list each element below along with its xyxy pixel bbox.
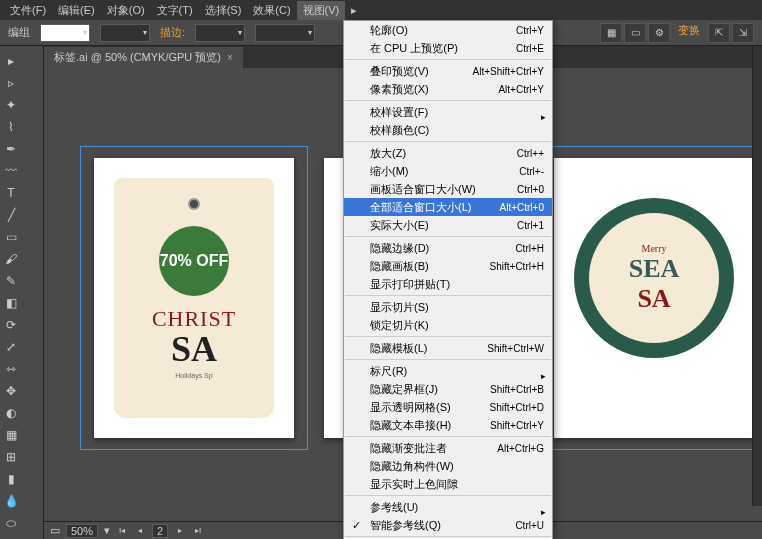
- view-menu-item-20[interactable]: 锁定切片(K): [344, 316, 552, 334]
- view-menu-item-12[interactable]: 全部适合窗口大小(L)Alt+Ctrl+0: [344, 198, 552, 216]
- view-menu-item-29[interactable]: 隐藏渐变批注者Alt+Ctrl+G: [344, 439, 552, 457]
- view-menu-item-33[interactable]: 参考线(U): [344, 498, 552, 516]
- fill-dropdown[interactable]: [40, 24, 90, 42]
- view-menu-item-3[interactable]: 叠印预览(V)Alt+Shift+Ctrl+Y: [344, 62, 552, 80]
- rectangle-tool[interactable]: ▭: [0, 226, 22, 248]
- view-menu-item-27[interactable]: 隐藏文本串接(H)Shift+Ctrl+Y: [344, 416, 552, 434]
- rotate-tool[interactable]: ⟳: [0, 314, 22, 336]
- view-menu-item-17[interactable]: 显示打印拼贴(T): [344, 275, 552, 293]
- eraser-tool[interactable]: ◧: [0, 292, 22, 314]
- menu-type[interactable]: 文字(T): [151, 1, 199, 20]
- tag-artwork-1: 70% OFF CHRIST SA Holidays Sp: [114, 178, 274, 418]
- menu-edit[interactable]: 编辑(E): [52, 1, 101, 20]
- menu-overflow[interactable]: ▸: [345, 2, 363, 19]
- view-menu-item-22[interactable]: 隐藏模板(L)Shift+Ctrl+W: [344, 339, 552, 357]
- menu-view[interactable]: 视图(V): [297, 1, 346, 20]
- first-artboard[interactable]: I◂: [116, 525, 128, 537]
- group-label: 编组: [8, 25, 30, 40]
- view-menu-item-26[interactable]: 显示透明网格(S)Shift+Ctrl+D: [344, 398, 552, 416]
- align-icon[interactable]: ▦: [600, 23, 622, 43]
- stroke-label[interactable]: 描边:: [160, 25, 185, 40]
- tag-sa: SA: [171, 328, 217, 370]
- circle-tag-artwork: Merry SEA SA: [574, 198, 734, 358]
- view-menu-item-6[interactable]: 校样设置(F): [344, 103, 552, 121]
- blend-tool[interactable]: ⬭: [0, 512, 22, 534]
- eyedropper-tool[interactable]: 💧: [0, 490, 22, 512]
- view-menu-item-9[interactable]: 放大(Z)Ctrl++: [344, 144, 552, 162]
- width-tool[interactable]: ⇿: [0, 358, 22, 380]
- doc-setup-icon[interactable]: ▭: [624, 23, 646, 43]
- zoom-level[interactable]: 50%: [66, 524, 98, 538]
- scale-tool[interactable]: ⤢: [0, 336, 22, 358]
- pen-tool[interactable]: ✒: [0, 138, 22, 160]
- view-menu-item-1[interactable]: 在 CPU 上预览(P)Ctrl+E: [344, 39, 552, 57]
- discount-badge: 70% OFF: [159, 226, 229, 296]
- edit-icon[interactable]: ⇲: [732, 23, 754, 43]
- stroke-weight[interactable]: [195, 24, 245, 42]
- perspective-tool[interactable]: ▦: [0, 424, 22, 446]
- view-menu-item-0[interactable]: 轮廓(O)Ctrl+Y: [344, 21, 552, 39]
- status-icon[interactable]: ▭: [50, 524, 60, 537]
- selection-tool[interactable]: ▸: [0, 50, 22, 72]
- menu-object[interactable]: 对象(O): [101, 1, 151, 20]
- last-artboard[interactable]: ▸I: [192, 525, 204, 537]
- artboard-3: Merry SEA SA: [554, 158, 754, 438]
- free-transform-tool[interactable]: ✥: [0, 380, 22, 402]
- stroke-dropdown[interactable]: [100, 24, 150, 42]
- view-menu-item-31[interactable]: 显示实时上色间隙: [344, 475, 552, 493]
- curvature-tool[interactable]: 〰: [0, 160, 22, 182]
- view-menu-item-16[interactable]: 隐藏画板(B)Shift+Ctrl+H: [344, 257, 552, 275]
- menu-effect[interactable]: 效果(C): [247, 1, 296, 20]
- zoom-dropdown-icon[interactable]: ▾: [104, 524, 110, 537]
- paintbrush-tool[interactable]: 🖌: [0, 248, 22, 270]
- view-menu-item-11[interactable]: 画板适合窗口大小(W)Ctrl+0: [344, 180, 552, 198]
- shape-builder-tool[interactable]: ◐: [0, 402, 22, 424]
- view-menu-item-19[interactable]: 显示切片(S): [344, 298, 552, 316]
- artboard-1: 70% OFF CHRIST SA Holidays Sp: [94, 158, 294, 438]
- view-menu-dropdown: 轮廓(O)Ctrl+Y在 CPU 上预览(P)Ctrl+E叠印预览(V)Alt+…: [343, 20, 553, 539]
- view-menu-item-34[interactable]: ✓智能参考线(Q)Ctrl+U: [344, 516, 552, 534]
- tab-title: 标签.ai @ 50% (CMYK/GPU 预览): [54, 50, 221, 65]
- document-tab[interactable]: 标签.ai @ 50% (CMYK/GPU 预览) ×: [44, 47, 243, 68]
- sea-text: SEA: [629, 254, 680, 284]
- transform-link[interactable]: 变换: [672, 23, 706, 43]
- prev-artboard[interactable]: ◂: [134, 525, 146, 537]
- shaper-tool[interactable]: ✎: [0, 270, 22, 292]
- view-menu-item-13[interactable]: 实际大小(E)Ctrl+1: [344, 216, 552, 234]
- panel-collapse[interactable]: [752, 46, 762, 506]
- view-menu-item-7[interactable]: 校样颜色(C): [344, 121, 552, 139]
- view-menu-item-30[interactable]: 隐藏边角构件(W): [344, 457, 552, 475]
- line-tool[interactable]: ╱: [0, 204, 22, 226]
- menu-file[interactable]: 文件(F): [4, 1, 52, 20]
- lasso-tool[interactable]: ⌇: [0, 116, 22, 138]
- direct-selection-tool[interactable]: ▹: [0, 72, 22, 94]
- gradient-tool[interactable]: ▮: [0, 468, 22, 490]
- menu-select[interactable]: 选择(S): [199, 1, 248, 20]
- symbol-tool[interactable]: ☁: [0, 534, 22, 539]
- next-artboard[interactable]: ▸: [174, 525, 186, 537]
- toolbox: ▸ ▹ ✦ ⌇ ✒ 〰 T ╱ ▭ 🖌 ✎ ◧ ⟳ ⤢ ⇿ ✥ ◐ ▦ ⊞ ▮ …: [0, 46, 44, 539]
- merry-text: Merry: [642, 243, 667, 254]
- view-menu-item-10[interactable]: 缩小(M)Ctrl+-: [344, 162, 552, 180]
- preferences-icon[interactable]: ⚙: [648, 23, 670, 43]
- sal-text: SA: [637, 284, 670, 314]
- close-tab-icon[interactable]: ×: [227, 52, 233, 63]
- isolate-icon[interactable]: ⇱: [708, 23, 730, 43]
- tag-hole-icon: [188, 198, 200, 210]
- brush-dropdown[interactable]: [255, 24, 315, 42]
- view-menu-item-15[interactable]: 隐藏边缘(D)Ctrl+H: [344, 239, 552, 257]
- view-menu-item-4[interactable]: 像素预览(X)Alt+Ctrl+Y: [344, 80, 552, 98]
- tag-sub: Holidays Sp: [175, 372, 212, 379]
- type-tool[interactable]: T: [0, 182, 22, 204]
- view-menu-item-24[interactable]: 标尺(R): [344, 362, 552, 380]
- view-menu-item-25[interactable]: 隐藏定界框(J)Shift+Ctrl+B: [344, 380, 552, 398]
- mesh-tool[interactable]: ⊞: [0, 446, 22, 468]
- magic-wand-tool[interactable]: ✦: [0, 94, 22, 116]
- menubar: 文件(F) 编辑(E) 对象(O) 文字(T) 选择(S) 效果(C) 视图(V…: [0, 0, 762, 20]
- artboard-number[interactable]: 2: [152, 524, 168, 538]
